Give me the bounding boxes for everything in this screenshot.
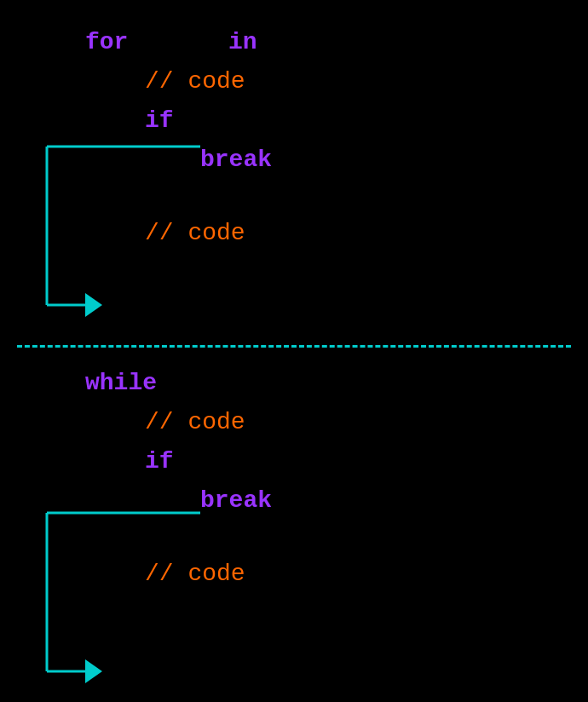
divider (17, 345, 571, 348)
top-bracket-arrow (0, 0, 588, 349)
bottom-bracket-arrow (0, 366, 588, 702)
svg-marker-7 (85, 659, 102, 683)
svg-marker-3 (85, 293, 102, 317)
diagram-container: for in // code if break // code (0, 0, 588, 702)
